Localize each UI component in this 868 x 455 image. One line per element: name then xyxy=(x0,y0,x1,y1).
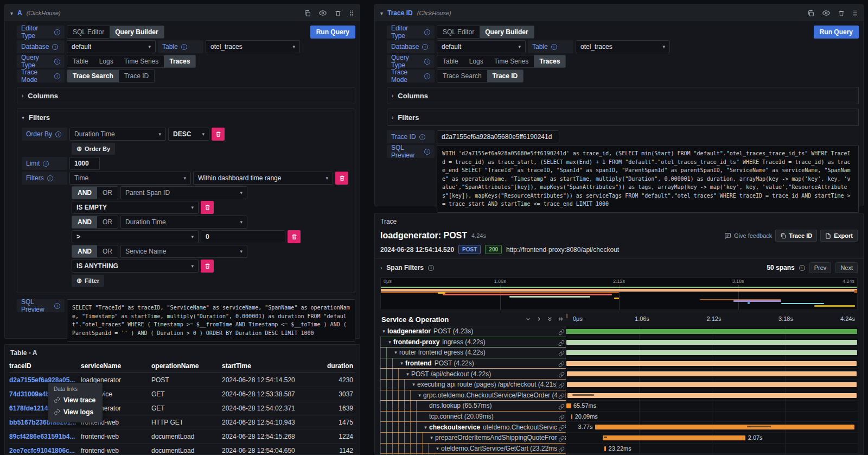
span-name-cell[interactable]: ▾POST /api/checkout (4.22s) xyxy=(380,369,566,380)
span-name-cell[interactable]: ▾loadgeneratorPOST (4.23s) xyxy=(380,326,566,337)
span-link-icon[interactable] xyxy=(557,381,565,390)
option-or[interactable]: OR xyxy=(97,216,118,228)
span-gantt-cell[interactable] xyxy=(566,380,858,390)
span-bar[interactable] xyxy=(566,329,857,334)
option-sql-editor[interactable]: SQL Editor xyxy=(437,26,480,38)
expand-all-icon[interactable] xyxy=(558,315,564,324)
info-icon[interactable]: i xyxy=(47,175,53,181)
run-query-button[interactable]: Run Query xyxy=(310,26,355,39)
filters-section[interactable]: ›Filters xyxy=(387,109,859,126)
span-row[interactable]: dns.lookup (65.57ms)65.57ms xyxy=(380,401,858,412)
span-name-cell[interactable]: ▾executing api route (pages) /api/checko… xyxy=(380,380,566,390)
span-collapse-icon[interactable]: ▾ xyxy=(398,361,405,366)
next-button[interactable]: Next xyxy=(835,262,858,273)
option-trace-id[interactable]: Trace ID xyxy=(119,70,155,82)
option-query-builder[interactable]: Query Builder xyxy=(480,26,533,38)
info-icon[interactable]: i xyxy=(422,44,428,50)
info-icon[interactable]: i xyxy=(52,44,58,50)
span-link-icon[interactable] xyxy=(557,339,565,348)
give-feedback-button[interactable]: Give feedback xyxy=(724,232,772,239)
span-link-icon[interactable] xyxy=(557,413,565,422)
remove-condition-button[interactable] xyxy=(288,230,301,243)
span-link-icon[interactable] xyxy=(557,328,565,337)
export-button[interactable]: Export xyxy=(820,230,858,242)
query-header-trace-id[interactable]: ▾ Trace ID (ClickHouse) ⣿ xyxy=(375,5,863,21)
order-by-direction-select[interactable]: DESC▾ xyxy=(168,128,209,141)
span-link-icon[interactable] xyxy=(557,424,565,433)
expand-one-icon[interactable] xyxy=(536,315,542,324)
condition-field-select[interactable]: Service Name▾ xyxy=(120,245,247,258)
info-icon[interactable]: i xyxy=(419,134,425,140)
span-link-icon[interactable] xyxy=(557,434,565,444)
span-gantt-cell[interactable] xyxy=(566,358,858,369)
filter-value-select[interactable]: Within dashboard time range▾ xyxy=(193,172,333,185)
span-name-cell[interactable]: ▾oteldemo.CartService/GetCart (23.22ms) xyxy=(380,444,566,454)
condition-operator-select[interactable]: IS ANYTHING▾ xyxy=(72,260,199,273)
span-name-cell[interactable]: ▾prepareOrderItemsAndShippingQuoteFromCa… xyxy=(380,433,566,444)
span-collapse-icon[interactable]: ▾ xyxy=(422,425,429,430)
span-name-cell[interactable]: ▾grpc.oteldemo.CheckoutService/PlaceOrde… xyxy=(380,390,566,401)
option-time-series[interactable]: Time Series xyxy=(489,55,534,67)
option-logs[interactable]: Logs xyxy=(464,55,489,67)
span-row[interactable]: ▾oteldemo.CartService/GetCart (23.22ms)2… xyxy=(380,444,858,454)
span-gantt-cell[interactable] xyxy=(566,337,858,348)
drag-handle-icon[interactable]: ⣿ xyxy=(349,10,354,17)
span-gantt-cell[interactable]: 23.22ms xyxy=(566,444,858,454)
run-query-button[interactable]: Run Query xyxy=(814,26,859,39)
columns-section[interactable]: ›Columns xyxy=(17,87,355,104)
span-row[interactable]: ▾frontend-proxyingress (4.22s) xyxy=(380,337,858,348)
option-sql-editor[interactable]: SQL Editor xyxy=(67,26,110,38)
option-table[interactable]: Table xyxy=(437,55,464,67)
span-bar[interactable] xyxy=(604,446,606,451)
table-select[interactable]: otel_traces▾ xyxy=(576,40,670,53)
duplicate-icon[interactable] xyxy=(807,10,814,17)
database-select[interactable]: default▾ xyxy=(67,40,156,53)
span-bar[interactable] xyxy=(567,382,857,387)
span-collapse-icon[interactable]: ▾ xyxy=(428,435,435,440)
span-link-icon[interactable] xyxy=(557,392,565,401)
span-bar[interactable] xyxy=(567,393,857,398)
delete-query-icon[interactable] xyxy=(335,10,341,17)
condition-field-select[interactable]: Duration Time▾ xyxy=(120,216,247,229)
span-name-cell[interactable]: tcp.connect (20.09ms) xyxy=(380,412,566,422)
column-header-operationName[interactable]: operationName xyxy=(151,362,222,370)
filter-field-select[interactable]: Time▾ xyxy=(69,172,191,185)
prev-button[interactable]: Prev xyxy=(809,262,832,273)
span-bar[interactable] xyxy=(595,425,854,429)
option-or[interactable]: OR xyxy=(97,187,118,199)
span-filters-toggle[interactable]: ›Span Filtersi xyxy=(380,264,434,271)
info-icon[interactable]: i xyxy=(54,73,60,79)
option-table[interactable]: Table xyxy=(67,55,94,67)
option-trace-search[interactable]: Trace Search xyxy=(67,70,119,82)
info-icon[interactable]: i xyxy=(424,29,430,35)
span-link-icon[interactable] xyxy=(557,445,565,454)
span-row[interactable]: ▾grpc.oteldemo.CheckoutService/PlaceOrde… xyxy=(380,390,858,401)
collapse-chevron-icon[interactable]: ▾ xyxy=(380,10,383,16)
span-bar[interactable] xyxy=(571,414,573,419)
span-gantt-cell[interactable]: 65.57ms xyxy=(566,401,858,412)
span-row[interactable]: ▾prepareOrderItemsAndShippingQuoteFromCa… xyxy=(380,433,858,444)
info-icon[interactable]: i xyxy=(551,44,557,50)
add-order-by-button[interactable]: ⊕Order By xyxy=(72,143,115,155)
info-icon[interactable]: i xyxy=(54,59,60,65)
trace-minimap[interactable]: 0μs1.06s2.12s3.18s4.24s xyxy=(380,277,858,310)
span-collapse-icon[interactable]: ▾ xyxy=(386,339,393,345)
option-traces[interactable]: Traces xyxy=(164,55,195,67)
delete-query-icon[interactable] xyxy=(838,10,845,17)
column-resizer[interactable]: ‖ xyxy=(566,313,570,326)
span-link-icon[interactable] xyxy=(557,402,565,412)
option-traces[interactable]: Traces xyxy=(534,55,565,67)
info-icon[interactable]: i xyxy=(43,161,49,167)
collapse-chevron-icon[interactable]: ▾ xyxy=(10,10,13,16)
span-bar[interactable] xyxy=(567,371,857,376)
remove-condition-button[interactable] xyxy=(201,260,214,273)
span-bar[interactable] xyxy=(566,361,857,366)
condition-value-input[interactable] xyxy=(201,230,285,243)
span-row[interactable]: ▾checkoutserviceoteldemo.CheckoutService… xyxy=(380,422,858,433)
option-query-builder[interactable]: Query Builder xyxy=(110,26,163,38)
span-row[interactable]: ▾loadgeneratorPOST (4.23s) xyxy=(380,326,858,337)
database-select[interactable]: default▾ xyxy=(437,40,526,53)
info-icon[interactable]: i xyxy=(424,73,430,79)
span-bar[interactable] xyxy=(566,403,571,408)
span-gantt-cell[interactable]: 2.07s xyxy=(566,433,858,444)
